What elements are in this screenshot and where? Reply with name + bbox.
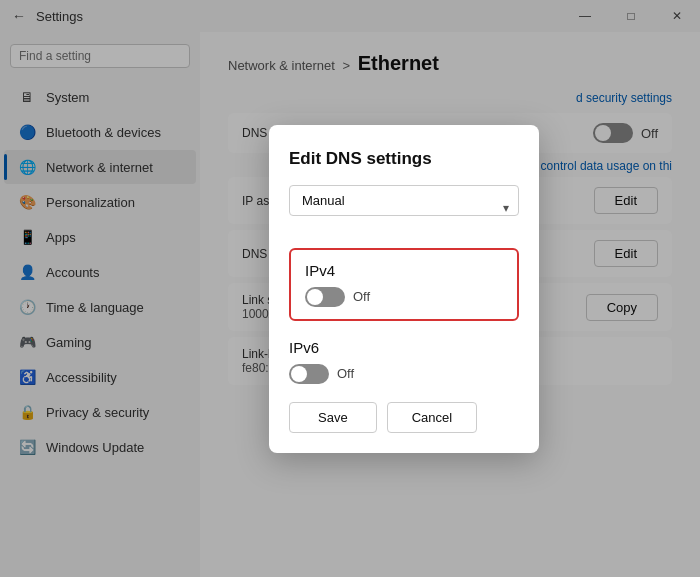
ipv4-toggle-label: Off [353,289,370,304]
dropdown-wrapper: Manual Automatic (DHCP) ▾ [289,185,519,232]
ipv4-toggle[interactable] [305,287,345,307]
ipv4-section: IPv4 Off [289,248,519,321]
dns-mode-dropdown[interactable]: Manual Automatic (DHCP) [289,185,519,216]
ipv6-toggle-row: Off [289,364,519,384]
ipv6-toggle-label: Off [337,366,354,381]
ipv6-label: IPv6 [289,339,519,356]
cancel-button[interactable]: Cancel [387,402,477,433]
ipv6-toggle[interactable] [289,364,329,384]
edit-dns-dialog: Edit DNS settings Manual Automatic (DHCP… [269,125,539,453]
ipv4-label: IPv4 [305,262,503,279]
ipv6-section: IPv6 Off [289,335,519,388]
ipv4-toggle-row: Off [305,287,503,307]
save-button[interactable]: Save [289,402,377,433]
dialog-footer: Save Cancel [289,402,519,433]
dialog-title: Edit DNS settings [289,149,519,169]
